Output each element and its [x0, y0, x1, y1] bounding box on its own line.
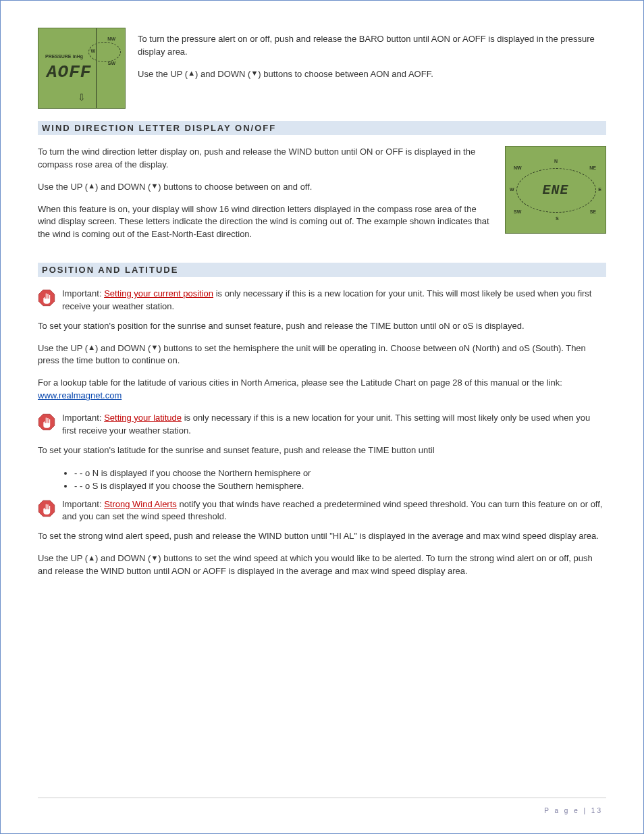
position-para-3: For a lookup table for the latitude of v… [38, 377, 606, 402]
lcd-pressure-image: PRESSURE inHg AOFF ⇩ NW W SW [38, 28, 126, 109]
lcd-compass-image: ENE N S E W NE NW SE SW [505, 146, 606, 234]
up-triangle-icon: ▲ [188, 68, 195, 79]
pressure-alert-block: PRESSURE inHg AOFF ⇩ NW W SW To turn the… [38, 28, 606, 109]
stop-hand-icon [38, 289, 55, 307]
list-item: - - o S is displayed if you choose the S… [74, 479, 606, 493]
important-position-text: Important: Setting your current position… [62, 288, 606, 313]
pressure-alert-para-1: To turn the pressure alert on or off, pu… [138, 33, 606, 59]
up-triangle-icon: ▲ [88, 181, 95, 192]
list-item: - - o N is displayed if you choose the N… [74, 467, 606, 480]
wind-alert-para-2: Use the UP (▲) and DOWN (▼) buttons to s… [38, 552, 606, 578]
important-wind-alert-underline: Strong Wind Alerts [104, 499, 177, 509]
lcd-pressure-value: AOFF [47, 62, 91, 82]
section-head-position: POSITION AND LATITUDE [38, 263, 606, 277]
important-latitude-text: Important: Setting your latitude is only… [62, 412, 606, 438]
stop-hand-icon [38, 500, 55, 517]
page-number: P a g e | 13 [544, 807, 603, 814]
latitude-bullets: - - o N is displayed if you choose the N… [38, 467, 606, 493]
important-wind-alert-text: Important: Strong Wind Alerts notify you… [62, 498, 606, 524]
important-wind-alert-row: Important: Strong Wind Alerts notify you… [38, 498, 606, 524]
wind-alert-para-1: To set the strong wind alert speed, push… [38, 530, 606, 543]
stop-hand-icon [38, 413, 55, 431]
section-head-wind: WIND DIRECTION LETTER DISPLAY ON/OFF [38, 121, 606, 135]
lcd-pressure-arrow-icon: ⇩ [78, 92, 86, 103]
down-triangle-icon: ▼ [151, 181, 158, 192]
wind-direction-block: To turn the wind direction letter displa… [38, 146, 606, 251]
lcd-divider [96, 28, 97, 108]
important-latitude-row: Important: Setting your latitude is only… [38, 412, 606, 438]
important-latitude-underline: Setting your latitude [104, 413, 182, 423]
compass-ring-icon [516, 168, 596, 213]
down-triangle-icon: ▼ [250, 68, 258, 79]
lcd-pressure-label: PRESSURE inHg [45, 54, 83, 59]
position-para-1: To set your station's position for the s… [38, 320, 606, 333]
down-triangle-icon: ▼ [151, 553, 158, 564]
down-triangle-icon: ▼ [151, 342, 158, 353]
important-position-underline: Setting your current position [104, 288, 213, 298]
wind-para-1: To turn the wind direction letter displa… [38, 146, 493, 172]
wind-para-2: Use the UP (▲) and DOWN (▼) buttons to c… [38, 181, 493, 194]
pressure-alert-para-2: Use the UP (▲) and DOWN (▼) buttons to c… [138, 68, 606, 81]
latitude-para: To set your station's latitude for the s… [38, 444, 606, 457]
up-triangle-icon: ▲ [88, 553, 95, 564]
position-para-2: Use the UP (▲) and DOWN (▼) buttons to s… [38, 342, 606, 368]
latitude-link[interactable]: www.realmagnet.com [38, 390, 122, 400]
footer-divider [38, 798, 606, 798]
wind-para-3: When this feature is on, your display wi… [38, 203, 493, 242]
important-position-row: Important: Setting your current position… [38, 288, 606, 313]
up-triangle-icon: ▲ [88, 342, 95, 353]
